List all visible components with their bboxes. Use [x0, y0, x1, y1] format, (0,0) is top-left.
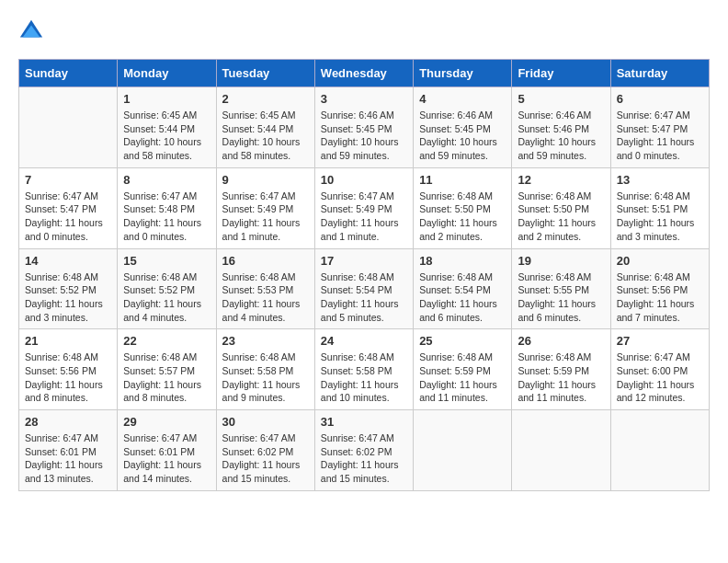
- calendar-day-cell: 31Sunrise: 6:47 AMSunset: 6:02 PMDayligh…: [314, 410, 413, 491]
- calendar-header-row: SundayMondayTuesdayWednesdayThursdayFrid…: [19, 60, 710, 87]
- calendar-day-cell: 26Sunrise: 6:48 AMSunset: 5:59 PMDayligh…: [512, 329, 610, 410]
- day-info: Sunrise: 6:46 AMSunset: 5:46 PMDaylight:…: [518, 109, 604, 163]
- day-number: 26: [518, 334, 604, 348]
- day-number: 29: [123, 415, 210, 429]
- day-number: 11: [419, 173, 506, 187]
- calendar-day-cell: 29Sunrise: 6:47 AMSunset: 6:01 PMDayligh…: [118, 410, 216, 491]
- calendar-week-row: 1Sunrise: 6:45 AMSunset: 5:44 PMDaylight…: [19, 87, 710, 168]
- day-number: 7: [25, 173, 111, 187]
- calendar-day-cell: 3Sunrise: 6:46 AMSunset: 5:45 PMDaylight…: [314, 87, 413, 168]
- day-info: Sunrise: 6:48 AMSunset: 5:55 PMDaylight:…: [518, 270, 604, 325]
- calendar-day-cell: 16Sunrise: 6:48 AMSunset: 5:53 PMDayligh…: [216, 248, 314, 329]
- day-number: 6: [617, 92, 703, 106]
- day-of-week-header: Thursday: [414, 60, 512, 87]
- calendar-day-cell: 1Sunrise: 6:45 AMSunset: 5:44 PMDaylight…: [118, 87, 216, 168]
- calendar-day-cell: 18Sunrise: 6:48 AMSunset: 5:54 PMDayligh…: [414, 248, 512, 329]
- day-info: Sunrise: 6:48 AMSunset: 5:52 PMDaylight:…: [123, 270, 210, 325]
- calendar-day-cell: 28Sunrise: 6:47 AMSunset: 6:01 PMDayligh…: [19, 410, 118, 491]
- day-number: 25: [419, 334, 506, 348]
- day-number: 16: [222, 254, 309, 268]
- day-number: 23: [222, 334, 309, 348]
- day-info: Sunrise: 6:46 AMSunset: 5:45 PMDaylight:…: [321, 109, 407, 163]
- calendar-week-row: 14Sunrise: 6:48 AMSunset: 5:52 PMDayligh…: [19, 248, 710, 329]
- day-of-week-header: Sunday: [19, 60, 118, 87]
- day-info: Sunrise: 6:47 AMSunset: 5:48 PMDaylight:…: [123, 190, 210, 244]
- day-info: Sunrise: 6:48 AMSunset: 5:56 PMDaylight:…: [617, 270, 703, 325]
- day-number: 18: [419, 254, 506, 268]
- calendar-day-cell: 12Sunrise: 6:48 AMSunset: 5:50 PMDayligh…: [512, 167, 610, 248]
- day-info: Sunrise: 6:48 AMSunset: 5:59 PMDaylight:…: [419, 350, 506, 405]
- calendar-day-cell: 11Sunrise: 6:48 AMSunset: 5:50 PMDayligh…: [414, 167, 512, 248]
- calendar-day-cell: 21Sunrise: 6:48 AMSunset: 5:56 PMDayligh…: [19, 329, 118, 410]
- calendar-day-cell: 22Sunrise: 6:48 AMSunset: 5:57 PMDayligh…: [118, 329, 216, 410]
- day-number: 13: [617, 173, 703, 187]
- calendar-day-cell: 27Sunrise: 6:47 AMSunset: 6:00 PMDayligh…: [610, 329, 709, 410]
- page-header: [18, 18, 710, 44]
- calendar-week-row: 7Sunrise: 6:47 AMSunset: 5:47 PMDaylight…: [19, 167, 710, 248]
- day-info: Sunrise: 6:48 AMSunset: 5:59 PMDaylight:…: [518, 350, 604, 405]
- day-number: 21: [25, 334, 111, 348]
- calendar-day-cell: [512, 410, 610, 491]
- day-number: 30: [222, 415, 309, 429]
- calendar-day-cell: 20Sunrise: 6:48 AMSunset: 5:56 PMDayligh…: [610, 248, 709, 329]
- day-number: 20: [617, 254, 703, 268]
- calendar-day-cell: 6Sunrise: 6:47 AMSunset: 5:47 PMDaylight…: [610, 87, 709, 168]
- day-info: Sunrise: 6:47 AMSunset: 6:02 PMDaylight:…: [321, 431, 407, 486]
- calendar-week-row: 21Sunrise: 6:48 AMSunset: 5:56 PMDayligh…: [19, 329, 710, 410]
- calendar-day-cell: 10Sunrise: 6:47 AMSunset: 5:49 PMDayligh…: [314, 167, 413, 248]
- day-info: Sunrise: 6:45 AMSunset: 5:44 PMDaylight:…: [123, 109, 210, 163]
- day-number: 1: [123, 92, 210, 106]
- day-of-week-header: Monday: [118, 60, 216, 87]
- day-of-week-header: Friday: [512, 60, 610, 87]
- day-info: Sunrise: 6:47 AMSunset: 6:01 PMDaylight:…: [25, 431, 111, 486]
- day-number: 4: [419, 92, 506, 106]
- calendar-day-cell: 14Sunrise: 6:48 AMSunset: 5:52 PMDayligh…: [19, 248, 118, 329]
- calendar-day-cell: 5Sunrise: 6:46 AMSunset: 5:46 PMDaylight…: [512, 87, 610, 168]
- day-info: Sunrise: 6:48 AMSunset: 5:54 PMDaylight:…: [419, 270, 506, 325]
- calendar-day-cell: 30Sunrise: 6:47 AMSunset: 6:02 PMDayligh…: [216, 410, 314, 491]
- calendar-day-cell: [19, 87, 118, 168]
- day-number: 17: [321, 254, 407, 268]
- day-number: 19: [518, 254, 604, 268]
- calendar-day-cell: 2Sunrise: 6:45 AMSunset: 5:44 PMDaylight…: [216, 87, 314, 168]
- day-number: 9: [222, 173, 309, 187]
- calendar-day-cell: 9Sunrise: 6:47 AMSunset: 5:49 PMDaylight…: [216, 167, 314, 248]
- day-info: Sunrise: 6:47 AMSunset: 5:49 PMDaylight:…: [321, 190, 407, 244]
- day-info: Sunrise: 6:47 AMSunset: 6:01 PMDaylight:…: [123, 431, 210, 486]
- day-number: 14: [25, 254, 111, 268]
- day-number: 15: [123, 254, 210, 268]
- day-info: Sunrise: 6:48 AMSunset: 5:52 PMDaylight:…: [25, 270, 111, 325]
- calendar-day-cell: 8Sunrise: 6:47 AMSunset: 5:48 PMDaylight…: [118, 167, 216, 248]
- day-number: 8: [123, 173, 210, 187]
- day-number: 24: [321, 334, 407, 348]
- calendar-table: SundayMondayTuesdayWednesdayThursdayFrid…: [18, 59, 710, 491]
- day-info: Sunrise: 6:48 AMSunset: 5:53 PMDaylight:…: [222, 270, 309, 325]
- calendar-day-cell: 24Sunrise: 6:48 AMSunset: 5:58 PMDayligh…: [314, 329, 413, 410]
- day-number: 22: [123, 334, 210, 348]
- day-number: 3: [321, 92, 407, 106]
- day-info: Sunrise: 6:48 AMSunset: 5:58 PMDaylight:…: [321, 350, 407, 405]
- calendar-day-cell: 4Sunrise: 6:46 AMSunset: 5:45 PMDaylight…: [414, 87, 512, 168]
- day-info: Sunrise: 6:48 AMSunset: 5:56 PMDaylight:…: [25, 350, 111, 405]
- calendar-day-cell: 25Sunrise: 6:48 AMSunset: 5:59 PMDayligh…: [414, 329, 512, 410]
- calendar-day-cell: 19Sunrise: 6:48 AMSunset: 5:55 PMDayligh…: [512, 248, 610, 329]
- day-of-week-header: Wednesday: [314, 60, 413, 87]
- day-info: Sunrise: 6:48 AMSunset: 5:54 PMDaylight:…: [321, 270, 407, 325]
- day-info: Sunrise: 6:47 AMSunset: 5:47 PMDaylight:…: [617, 109, 703, 163]
- logo-icon: [18, 18, 44, 44]
- calendar-day-cell: 17Sunrise: 6:48 AMSunset: 5:54 PMDayligh…: [314, 248, 413, 329]
- day-info: Sunrise: 6:47 AMSunset: 5:49 PMDaylight:…: [222, 190, 309, 244]
- day-info: Sunrise: 6:48 AMSunset: 5:50 PMDaylight:…: [518, 190, 604, 244]
- day-number: 31: [321, 415, 407, 429]
- calendar-day-cell: [610, 410, 709, 491]
- day-info: Sunrise: 6:46 AMSunset: 5:45 PMDaylight:…: [419, 109, 506, 163]
- logo: [18, 18, 48, 44]
- day-info: Sunrise: 6:45 AMSunset: 5:44 PMDaylight:…: [222, 109, 309, 163]
- day-number: 2: [222, 92, 309, 106]
- day-number: 10: [321, 173, 407, 187]
- day-info: Sunrise: 6:47 AMSunset: 6:00 PMDaylight:…: [617, 350, 703, 405]
- calendar-day-cell: 7Sunrise: 6:47 AMSunset: 5:47 PMDaylight…: [19, 167, 118, 248]
- day-info: Sunrise: 6:48 AMSunset: 5:58 PMDaylight:…: [222, 350, 309, 405]
- calendar-day-cell: [414, 410, 512, 491]
- calendar-day-cell: 13Sunrise: 6:48 AMSunset: 5:51 PMDayligh…: [610, 167, 709, 248]
